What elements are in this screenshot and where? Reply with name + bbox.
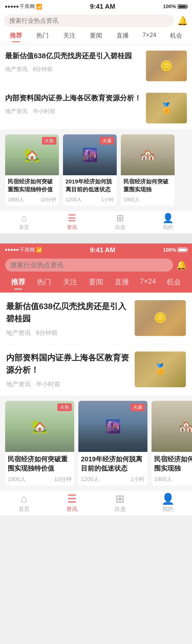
battery-icon [178,4,187,9]
news-category-2-2: 地产资讯 [6,380,31,388]
news-category-1: 地产资讯 [5,65,28,73]
card-time-2-1: 10分钟 [54,475,72,483]
status-time-2: 9:41 AM [90,246,115,254]
card-time-2: 1小时 [101,196,114,203]
news-meta-2: 地产资讯 半小时前 [5,108,142,115]
status-bar-1: 千库网 📶 9:41 AM 100% [0,0,192,12]
tab-nav-1: 推荐 热门 关注 要闻 直播 7×24 机会 [0,29,192,44]
news-item-2[interactable]: 内部资料国内证券上海各区教育资源分析！ 地产资讯 半小时前 🏅 [0,87,192,129]
card-time-2-2: 1小时 [131,475,145,483]
home-label: 首页 [19,224,29,231]
status-right: 100% [163,4,187,9]
add-icon-2: ⊞ [115,494,124,504]
card-viewers-2-1: 1900人 [8,475,26,483]
tab-247-2[interactable]: 7×24 [135,275,161,289]
card-body-2: 2019年经济如何脱离目前的低迷状态 1200人 1小时 [63,175,117,206]
card-meta-1: 1900人 10分钟 [8,196,56,203]
coins-image: 🪙 [146,51,187,81]
card-viewers-1: 1900人 [8,196,24,203]
news-list-2: 最新估值638亿贝壳找房还是引入碧桂园 地产资讯 8分钟前 🪙 内部资料国内证券… [0,293,192,396]
card-item-2[interactable]: 🌆 火爆 2019年经济如何脱离目前的低迷状态 1200人 1小时 [63,134,117,206]
news-thumb-2: 🏅 [146,93,187,123]
card-viewers-2-3: 1900人 [154,475,172,483]
news-time-2: 半小时前 [33,108,55,115]
card-body-2-1: 民宿经济如何突破重围实现独特价值 1900人 10分钟 [5,452,74,486]
news-time-1: 8分钟前 [33,65,53,73]
card-meta-3: 1900人 [123,196,172,203]
phone-frame-2: 千库网 📶 9:41 AM 100% 🔔 推荐 热门 关注 要闻 直播 7×24… [0,243,192,516]
tab-nav-2: 推荐 热门 关注 要闻 直播 7×24 机会 [0,275,192,292]
bottom-tab-watchlist-1[interactable]: ⊞ 自选 [96,214,144,231]
news-item-2-1[interactable]: 最新估值638亿贝壳找房还是引入碧桂园 地产资讯 8分钟前 🪙 [0,293,192,344]
user-icon: 👤 [162,214,174,223]
user-icon-2: 👤 [161,494,175,504]
bottom-tab-home-2[interactable]: ⌂ 首页 [0,494,48,513]
news-item-2-2[interactable]: 内部资料国内证券上海各区教育资源分析！ 地产资讯 半小时前 🏅 [0,344,192,396]
tab-live-2[interactable]: 直播 [109,275,135,289]
news-time-2-2: 半小时前 [36,380,60,388]
card-item-3[interactable]: 🏘️ 民宿经济如何突破重围实现独 1900人 [121,134,175,206]
phone-frame-1: 千库网 📶 9:41 AM 100% 🔔 推荐 热门 关注 要闻 直播 7×24… [0,0,192,233]
tab-hot[interactable]: 热门 [29,29,56,42]
tab-opportunity[interactable]: 机会 [163,29,189,42]
news-label: 资讯 [67,224,77,231]
tab-opportunity-2[interactable]: 机会 [161,275,187,289]
carrier-name-2: 千库网 [19,247,35,253]
card-item-2-2[interactable]: 🌆 火爆 2019年经济如何脱离目前的低迷状态 1200人 1小时 [78,401,147,486]
bottom-tab-profile-2[interactable]: 👤 我的 [144,494,192,513]
bell-icon[interactable]: 🔔 [177,16,188,26]
wifi-icon-2: 📶 [36,247,42,253]
card-meta-2-2: 1200人 1小时 [81,475,145,483]
news-label-2: 资讯 [66,505,78,513]
bottom-tab-home-1[interactable]: ⌂ 首页 [0,214,48,231]
card-item-2-3[interactable]: 🏘️ 民宿经济如何突破重围实现独 1900人 [152,401,192,486]
battery-icon-2 [178,248,187,252]
card-body-2-2: 2019年经济如何脱离目前的低迷状态 1200人 1小时 [78,452,147,486]
tab-follow[interactable]: 关注 [56,29,83,42]
bottom-tab-news-2[interactable]: ☰ 资讯 [48,494,96,513]
news-title-1: 最新估值638亿贝壳找房还是引入碧桂园 [5,51,142,61]
bottom-tab-news-1[interactable]: ☰ 资讯 [48,214,96,231]
status-left: 千库网 📶 [5,3,42,10]
search-input-2[interactable] [5,259,173,272]
cards-section-2: 🏡 火热 民宿经济如何突破重围实现独特价值 1900人 10分钟 🌆 火爆 [0,396,192,491]
card-viewers-2-2: 1200人 [81,475,99,483]
tab-news-2[interactable]: 要闻 [83,275,109,289]
tab-follow-2[interactable]: 关注 [57,275,83,289]
tab-live[interactable]: 直播 [109,29,136,42]
card-title-2: 2019年经济如何脱离目前的低迷状态 [66,178,114,194]
card-body-2-3: 民宿经济如何突破重围实现独 1900人 [152,452,192,486]
bottom-tab-watchlist-2[interactable]: ⊞ 自选 [96,494,144,513]
tab-news[interactable]: 要闻 [83,29,109,42]
news-title-2-2: 内部资料国内证券上海各区教育资源分析！ [6,352,131,376]
search-input[interactable] [4,15,174,27]
tab-247[interactable]: 7×24 [136,29,163,42]
card-title-3: 民宿经济如何突破重围实现独 [123,178,172,194]
signal-dots [5,6,18,8]
card-img-2: 🌆 火爆 [63,134,117,175]
search-bar-2: 🔔 [0,255,192,275]
news-list: 最新估值638亿贝壳找房还是引入碧桂园 地产资讯 8分钟前 🪙 内部资料国内证券… [0,45,192,129]
signal-dot [14,6,16,8]
profile-label: 我的 [163,224,173,231]
card-item-2-1[interactable]: 🏡 火热 民宿经济如何突破重围实现独特价值 1900人 10分钟 [5,401,74,486]
card-viewers-3: 1900人 [123,196,140,203]
add-icon: ⊞ [116,214,124,223]
card-item-1[interactable]: 🏡 火热 民宿经济如何突破重围实现独特价值 1900人 10分钟 [5,134,59,206]
news-content-2: 内部资料国内证券上海各区教育资源分析！ 地产资讯 半小时前 [5,93,142,115]
bottom-tab-profile-1[interactable]: 👤 我的 [144,214,192,231]
news-thumb-1: 🪙 [146,51,187,81]
news-title-2-1: 最新估值638亿贝壳找房还是引入碧桂园 [6,300,131,325]
card-meta-2-3: 1900人 [154,475,192,483]
card-time-1: 10分钟 [40,196,56,203]
home-icon: ⌂ [21,214,27,223]
news-item-1[interactable]: 最新估值638亿贝壳找房还是引入碧桂园 地产资讯 8分钟前 🪙 [0,45,192,87]
card-viewers-2: 1200人 [66,196,82,203]
signal-dots-2 [5,249,18,251]
tab-hot-2[interactable]: 热门 [31,275,57,289]
card-badge-1: 火热 [42,137,56,145]
bell-icon-2[interactable]: 🔔 [176,260,187,270]
tab-recommend[interactable]: 推荐 [3,29,29,42]
status-left-2: 千库网 📶 [5,247,42,253]
tab-recommend-2[interactable]: 推荐 [5,275,31,289]
